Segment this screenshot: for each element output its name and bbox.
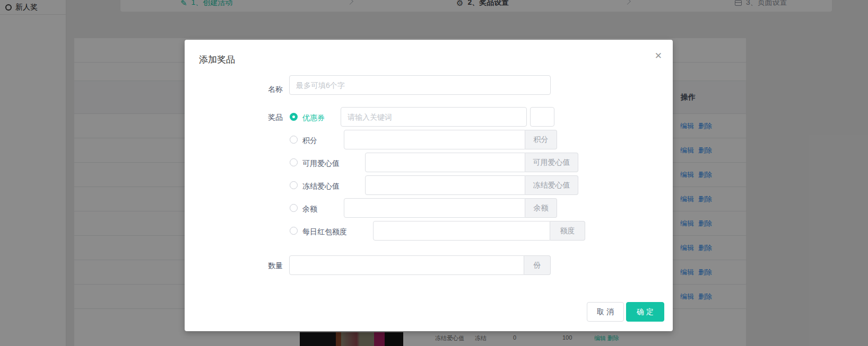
daily-redpacket-input[interactable] — [373, 221, 550, 241]
radio-points[interactable] — [290, 136, 298, 144]
coupon-addon-box[interactable] — [530, 107, 554, 127]
points-amount-input[interactable] — [344, 130, 525, 149]
cancel-button[interactable]: 取 消 — [587, 302, 624, 322]
option-label-frozen-love[interactable]: 冻结爱心值 — [302, 182, 340, 191]
radio-balance[interactable] — [290, 204, 298, 212]
points-suffix: 积分 — [525, 130, 557, 149]
radio-frozen-love[interactable] — [290, 181, 298, 189]
modal-title: 添加奖品 — [199, 54, 235, 66]
quantity-suffix: 份 — [524, 255, 551, 275]
daily-redpacket-suffix: 额度 — [550, 221, 585, 241]
option-label-balance[interactable]: 余额 — [302, 205, 317, 214]
radio-coupon[interactable] — [290, 113, 298, 121]
available-love-suffix: 可用爱心值 — [525, 153, 578, 172]
radio-daily-redpacket[interactable] — [290, 227, 298, 235]
coupon-keyword-input[interactable] — [341, 107, 527, 127]
add-prize-modal: 添加奖品 ✕ 名称 奖品 优惠券 积分 积分 可用爱心值 可用爱心值 冻结爱心值… — [185, 40, 673, 331]
radio-available-love[interactable] — [290, 158, 298, 166]
option-label-available-love[interactable]: 可用爱心值 — [302, 159, 340, 168]
quantity-field-label: 数量 — [243, 261, 283, 271]
prize-field-label: 奖品 — [243, 113, 283, 122]
frozen-love-suffix: 冻结爱心值 — [525, 175, 578, 195]
balance-input[interactable] — [344, 198, 525, 218]
balance-suffix: 余额 — [525, 198, 557, 218]
option-label-points[interactable]: 积分 — [302, 136, 317, 146]
page: 新人奖 ✎ 1、创建活动 ⚙ 2、奖品设置 3、页面设置 操作 编辑 删除 编辑 — [0, 0, 868, 346]
prize-name-input[interactable] — [289, 75, 551, 95]
available-love-input[interactable] — [365, 153, 525, 172]
name-field-label: 名称 — [243, 85, 283, 94]
option-label-coupon[interactable]: 优惠券 — [302, 113, 325, 123]
frozen-love-input[interactable] — [365, 175, 525, 195]
quantity-input[interactable] — [289, 255, 524, 275]
close-icon[interactable]: ✕ — [653, 49, 664, 63]
confirm-button[interactable]: 确 定 — [626, 302, 664, 322]
option-label-daily-redpacket[interactable]: 每日红包额度 — [302, 227, 347, 237]
